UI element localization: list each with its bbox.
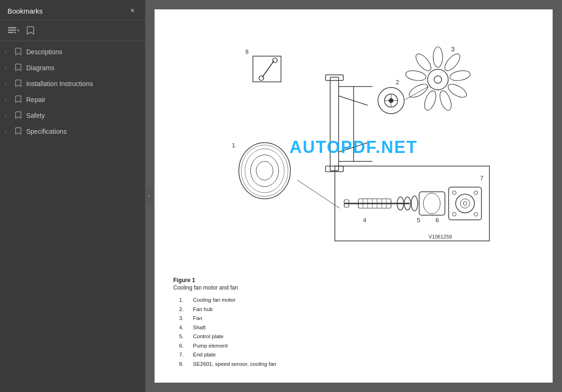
collapse-arrow-icon: ‹ bbox=[148, 194, 149, 199]
parts-diagram-svg: 3 2 bbox=[208, 23, 499, 285]
close-button[interactable]: × bbox=[127, 6, 138, 16]
bookmark-icon bbox=[15, 48, 22, 56]
svg-point-62 bbox=[452, 212, 456, 216]
svg-line-27 bbox=[339, 96, 368, 105]
svg-line-37 bbox=[262, 61, 274, 77]
sidebar-item-diagrams[interactable]: › Diagrams bbox=[0, 60, 145, 76]
sidebar-item-label: Descriptions bbox=[26, 48, 62, 56]
svg-point-11 bbox=[422, 89, 438, 112]
svg-text:4: 4 bbox=[363, 217, 366, 224]
part-label: End plate bbox=[193, 350, 216, 360]
list-item: 7.End plate bbox=[175, 350, 276, 360]
part-number: 8. bbox=[175, 360, 184, 369]
svg-point-39 bbox=[273, 58, 277, 63]
svg-text:3: 3 bbox=[451, 45, 455, 53]
list-item: 4.Shaft bbox=[175, 323, 276, 333]
svg-text:8: 8 bbox=[245, 49, 249, 55]
sidebar: Bookmarks × ▾ › bbox=[0, 0, 145, 392]
chevron-right-icon: › bbox=[5, 65, 11, 71]
sidebar-item-label: Safety bbox=[26, 112, 45, 119]
part-number: 2. bbox=[175, 305, 184, 314]
part-number: 6. bbox=[175, 341, 184, 351]
svg-rect-2 bbox=[8, 32, 14, 33]
part-number: 1. bbox=[175, 296, 184, 305]
list-item: 1.Cooling fan motor bbox=[175, 296, 276, 305]
svg-point-13 bbox=[405, 69, 427, 82]
svg-point-30 bbox=[239, 143, 290, 199]
diagram-area: 3 2 bbox=[208, 23, 499, 271]
svg-point-38 bbox=[259, 76, 264, 80]
svg-point-60 bbox=[452, 191, 456, 195]
toolbar-row: ▾ bbox=[0, 20, 145, 41]
svg-line-69 bbox=[297, 180, 340, 208]
svg-point-55 bbox=[423, 193, 440, 214]
sidebar-item-safety[interactable]: › Safety bbox=[0, 108, 145, 123]
svg-text:V1061259: V1061259 bbox=[429, 234, 452, 240]
sidebar-title: Bookmarks bbox=[7, 7, 43, 15]
part-label: Pump element bbox=[193, 341, 228, 351]
svg-text:6: 6 bbox=[436, 217, 439, 224]
list-item: 8.SE2601, speed sensor, cooling fan bbox=[175, 360, 276, 369]
sidebar-item-specifications[interactable]: › Specifications bbox=[0, 123, 145, 139]
svg-text:2: 2 bbox=[396, 79, 399, 86]
svg-point-7 bbox=[442, 51, 463, 73]
svg-point-5 bbox=[434, 76, 442, 83]
svg-point-61 bbox=[474, 191, 478, 195]
bookmark-icon bbox=[15, 80, 22, 88]
svg-text:1: 1 bbox=[232, 142, 235, 149]
sidebar-header: Bookmarks × bbox=[0, 0, 145, 20]
chevron-right-icon: › bbox=[5, 113, 11, 118]
svg-rect-1 bbox=[8, 29, 16, 31]
svg-marker-3 bbox=[15, 31, 16, 33]
parts-list: 1.Cooling fan motor2.Fan hub3.Fan4.Shaft… bbox=[173, 296, 276, 369]
part-number: 3. bbox=[175, 314, 184, 323]
sidebar-item-repair[interactable]: › Repair bbox=[0, 92, 145, 108]
svg-point-63 bbox=[474, 212, 478, 216]
svg-rect-54 bbox=[419, 192, 445, 215]
sidebar-item-label: Repair bbox=[26, 96, 45, 103]
list-item: 2.Fan hub bbox=[175, 305, 276, 314]
dropdown-arrow: ▾ bbox=[17, 28, 20, 33]
part-label: Cooling fan motor bbox=[193, 296, 236, 305]
svg-point-58 bbox=[460, 199, 470, 208]
svg-point-57 bbox=[456, 194, 474, 213]
svg-rect-23 bbox=[325, 75, 343, 80]
svg-line-70 bbox=[405, 87, 429, 100]
svg-point-33 bbox=[241, 145, 288, 196]
sidebar-item-descriptions[interactable]: › Descriptions bbox=[0, 44, 145, 60]
list-icon bbox=[8, 27, 16, 34]
sidebar-item-label: Specifications bbox=[26, 128, 67, 135]
svg-text:7: 7 bbox=[480, 174, 483, 181]
part-label: SE2601, speed sensor, cooling fan bbox=[193, 360, 276, 369]
sidebar-item-installation-instructions[interactable]: › Installation Instructions bbox=[0, 76, 145, 92]
svg-rect-0 bbox=[8, 27, 16, 29]
chevron-right-icon: › bbox=[5, 97, 11, 102]
part-label: Control plate bbox=[193, 332, 223, 341]
bookmark-icon bbox=[15, 95, 22, 104]
part-label: Fan hub bbox=[193, 305, 213, 314]
svg-rect-22 bbox=[330, 77, 339, 171]
svg-point-53 bbox=[411, 196, 418, 211]
sidebar-item-label: Installation Instructions bbox=[26, 80, 93, 87]
figure-caption: Figure 1 Cooling fan motor and fan 1.Coo… bbox=[173, 277, 276, 369]
bookmark-icon bbox=[15, 64, 22, 72]
list-item: 6.Pump element bbox=[175, 341, 276, 351]
figure-subtitle: Cooling fan motor and fan bbox=[173, 284, 276, 291]
svg-line-28 bbox=[339, 143, 368, 152]
part-number: 7. bbox=[175, 350, 184, 360]
close-icon: × bbox=[130, 7, 134, 15]
svg-point-34 bbox=[245, 149, 284, 193]
part-number: 4. bbox=[175, 323, 184, 333]
chevron-right-icon: › bbox=[5, 81, 11, 87]
part-number: 5. bbox=[175, 332, 184, 341]
chevron-right-icon: › bbox=[5, 49, 11, 55]
bookmark-icon bbox=[15, 111, 22, 120]
collapse-panel-handle[interactable]: ‹ bbox=[145, 187, 153, 205]
svg-text:5: 5 bbox=[417, 217, 420, 224]
svg-point-8 bbox=[449, 69, 471, 82]
svg-point-10 bbox=[437, 89, 453, 112]
list-view-button[interactable]: ▾ bbox=[7, 24, 21, 37]
bookmark-icon bbox=[15, 127, 22, 136]
bookmarks-list: › Descriptions › Diagrams › Installation… bbox=[0, 41, 145, 392]
bookmark-view-button[interactable] bbox=[23, 24, 37, 37]
